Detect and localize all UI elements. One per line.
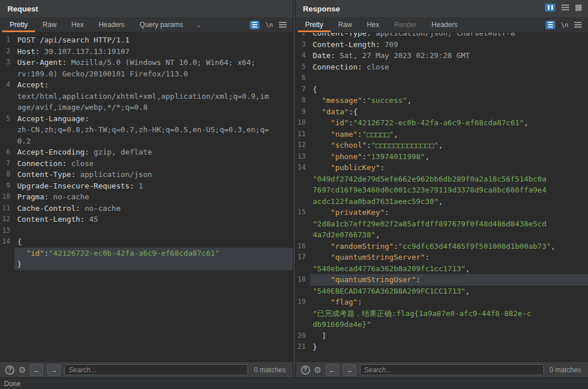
code-text[interactable]: Accept-Language: <box>14 113 293 125</box>
code-line[interactable]: age/avif,image/webp,*/*;q=0.8 <box>0 102 293 113</box>
code-line[interactable]: 17 "quantumStringServer": <box>296 252 588 263</box>
code-text[interactable]: "540ebecad4776a362b8a209fc1cc1713", <box>310 263 588 275</box>
code-line[interactable]: 7{ <box>296 84 588 95</box>
code-line[interactable]: 11Cache-Control: no-cache <box>0 203 293 214</box>
code-text[interactable]: "540EBECAD4776A362B8A209FC1CC1713", <box>310 286 588 297</box>
code-line[interactable]: 12 "school":"□□□□□□□□□□□□□", <box>296 140 588 151</box>
code-line[interactable]: "id":"42126722-ec0b-42fa-a6c9-ef68cda87c… <box>0 248 293 259</box>
code-line[interactable]: 0.2 <box>0 136 293 147</box>
code-text[interactable]: "message":"success", <box>310 95 588 106</box>
code-text[interactable]: Accept-Encoding: gzip, deflate <box>14 147 293 158</box>
code-line[interactable]: db91669da4e}" <box>296 319 588 330</box>
code-line[interactable]: 15 "privateKey": <box>296 207 588 218</box>
code-line[interactable]: 7697cd16f9e3460d0c001c323e79119d3378d9ca… <box>296 184 588 196</box>
code-text[interactable]: 0.2 <box>14 136 293 147</box>
code-text[interactable]: Connection: close <box>310 61 588 73</box>
code-line[interactable]: "已完成考题，结果正确:flag{1a9a87e0-afc9-44f8-882e… <box>296 308 588 319</box>
code-line[interactable]: 10 "id":"42126722-ec0b-42fa-a6c9-ef68cda… <box>296 117 588 129</box>
request-tab-pretty[interactable]: Pretty <box>2 17 35 32</box>
code-text[interactable]: Connection: close <box>14 158 293 170</box>
editor-menu-icon[interactable] <box>574 22 582 28</box>
code-line[interactable]: 4Date: Sat, 27 May 2023 02:29:28 GMT <box>296 50 588 61</box>
code-line[interactable]: "540EBECAD4776A362B8A209FC1CC1713", <box>296 286 588 297</box>
code-line[interactable]: "2d8a1cb7eff29e02f2a85affdff897679f0f48d… <box>296 218 588 230</box>
code-line[interactable]: 21} <box>296 341 588 353</box>
code-text[interactable]: age/avif,image/webp,*/*;q=0.8 <box>14 102 293 113</box>
code-line[interactable]: 13 "phone":"13974011998", <box>296 151 588 163</box>
code-line[interactable]: "540ebecad4776a362b8a209fc1cc1713", <box>296 263 588 275</box>
code-text[interactable]: ] <box>310 330 588 342</box>
layout-columns-icon[interactable] <box>545 3 555 11</box>
code-line[interactable]: 10Pragma: no-cache <box>0 191 293 203</box>
code-text[interactable]: Upgrade-Insecure-Requests: 1 <box>14 180 293 192</box>
request-tab-hex[interactable]: Hex <box>64 17 91 32</box>
code-text[interactable]: acdc122faa0bad7631aeec59c30", <box>310 196 588 207</box>
code-text[interactable]: "quantumStringUser": <box>310 274 588 286</box>
code-text[interactable]: "privateKey": <box>310 207 588 218</box>
maximize-icon[interactable] <box>575 5 582 11</box>
code-line[interactable]: rv:109.0) Gecko/20100101 Firefox/113.0 <box>0 68 293 80</box>
code-text[interactable]: Content-Length: 45 <box>14 214 293 225</box>
code-line[interactable]: 2Host: 39.107.137.13:19107 <box>0 46 293 57</box>
newline-toggle-icon[interactable]: \n <box>561 21 568 29</box>
search-settings-icon[interactable]: ⚙ <box>314 365 322 374</box>
code-line[interactable]: 5Accept-Language: <box>0 113 293 125</box>
code-line[interactable]: text/html,application/xhtml+xml,applicat… <box>0 91 293 102</box>
code-line[interactable]: 9 "data":{ <box>296 106 588 118</box>
code-line[interactable]: 18 "quantumStringUser": <box>296 274 588 286</box>
code-text[interactable]: { <box>310 84 588 95</box>
code-text[interactable]: } <box>310 341 588 353</box>
response-tab-raw[interactable]: Raw <box>331 17 359 32</box>
code-line[interactable]: 2Content-Type: application/json; charset… <box>296 33 588 39</box>
code-text[interactable]: zh-CN,zh;q=0.8,zh-TW;q=0.7,zh-HK;q=0.5,e… <box>14 124 293 136</box>
code-line[interactable]: 7Connection: close <box>0 158 293 170</box>
request-tab-query-params[interactable]: Query params <box>132 17 191 32</box>
code-line[interactable]: 4a7d2e0766738", <box>296 229 588 241</box>
search-input[interactable] <box>64 364 248 375</box>
code-text[interactable]: User-Agent: Mozilla/5.0 (Windows NT 10.0… <box>14 57 293 68</box>
code-line[interactable]: 16 "randomString":"cc9dfc63d4f485f9f5010… <box>296 241 588 252</box>
code-text[interactable]: "name":"□□□□□", <box>310 129 588 140</box>
code-text[interactable]: "已完成考题，结果正确:flag{1a9a87e0-afc9-44f8-882e… <box>310 308 588 319</box>
code-text[interactable]: "quantumStringServer": <box>310 252 588 263</box>
code-text[interactable]: } <box>14 259 293 270</box>
code-line[interactable]: 9Upgrade-Insecure-Requests: 1 <box>0 180 293 192</box>
code-text[interactable]: "flag": <box>310 296 588 308</box>
code-text[interactable]: POST /api/search HTTP/1.1 <box>14 34 293 46</box>
code-line[interactable]: 8Content-Type: application/json <box>0 169 293 180</box>
request-editor[interactable]: 1POST /api/search HTTP/1.12Host: 39.107.… <box>0 33 293 361</box>
code-text[interactable]: Accept: <box>14 79 293 91</box>
code-text[interactable]: "school":"□□□□□□□□□□□□□", <box>310 140 588 151</box>
response-tab-render[interactable]: Render <box>386 17 424 32</box>
code-text[interactable]: Content-Type: application/json <box>14 169 293 180</box>
code-text[interactable]: "id":"42126722-ec0b-42fa-a6c9-ef68cda87c… <box>14 248 293 259</box>
code-line[interactable]: 3Content-Length: 709 <box>296 39 588 51</box>
code-line[interactable]: 5Connection: close <box>296 61 588 73</box>
response-tab-pretty[interactable]: Pretty <box>298 17 331 32</box>
editor-menu-icon[interactable] <box>279 22 287 28</box>
code-line[interactable]: } <box>0 259 293 270</box>
code-text[interactable]: { <box>14 236 293 248</box>
search-settings-icon[interactable]: ⚙ <box>18 365 26 374</box>
code-text[interactable]: Host: 39.107.137.13:19107 <box>14 46 293 57</box>
code-text[interactable]: Cache-Control: no-cache <box>14 203 293 214</box>
code-line[interactable]: 14{ <box>0 236 293 248</box>
request-tab-headers[interactable]: Headers <box>91 17 132 32</box>
request-tab-raw[interactable]: Raw <box>35 17 64 32</box>
response-tab-hex[interactable]: Hex <box>359 17 386 32</box>
search-prev-button[interactable]: ← <box>326 364 339 376</box>
search-next-button[interactable]: → <box>343 364 356 376</box>
code-line[interactable]: 11 "name":"□□□□□", <box>296 129 588 140</box>
code-text[interactable]: "data":{ <box>310 106 588 118</box>
newline-toggle-icon[interactable]: \n <box>265 21 273 29</box>
code-line[interactable]: 19 "flag": <box>296 296 588 308</box>
code-line[interactable]: "049df2742de79d5efe662e962bb6db289f0a2a1… <box>296 174 588 185</box>
code-line[interactable]: 12Content-Length: 45 <box>0 214 293 225</box>
code-text[interactable] <box>14 225 293 237</box>
code-text[interactable]: Content-Type: application/json; charset=… <box>310 33 588 39</box>
code-line[interactable]: 6Accept-Encoding: gzip, deflate <box>0 147 293 158</box>
code-text[interactable]: "049df2742de79d5efe662e962bb6db289f0a2a1… <box>310 174 588 185</box>
code-line[interactable]: 4Accept: <box>0 79 293 91</box>
code-text[interactable]: rv:109.0) Gecko/20100101 Firefox/113.0 <box>14 68 293 80</box>
code-line[interactable]: 6 <box>296 72 588 84</box>
